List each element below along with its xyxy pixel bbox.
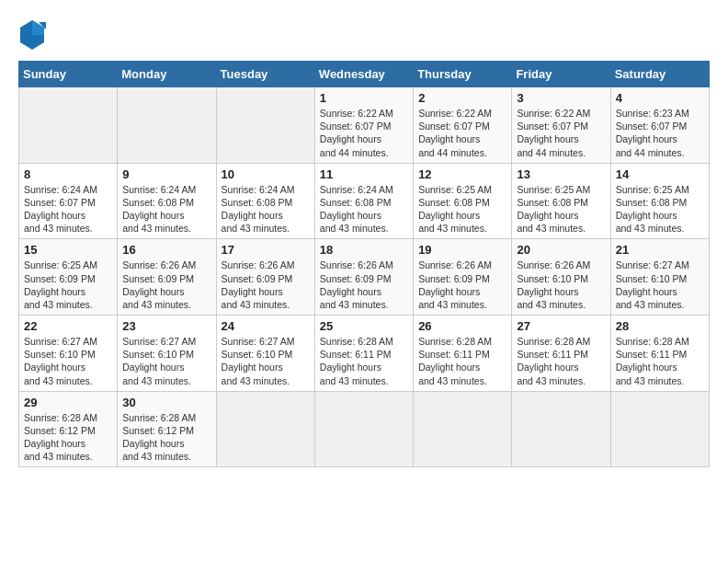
calendar-cell <box>216 391 314 467</box>
day-info: Sunrise: 6:25 AM Sunset: 6:09 PM Dayligh… <box>24 259 112 311</box>
calendar-cell: 11 Sunrise: 6:24 AM Sunset: 6:08 PM Dayl… <box>314 163 413 239</box>
day-info: Sunrise: 6:22 AM Sunset: 6:07 PM Dayligh… <box>320 107 408 159</box>
day-number: 3 <box>517 91 605 105</box>
day-number: 4 <box>616 91 704 105</box>
day-info: Sunrise: 6:26 AM Sunset: 6:10 PM Dayligh… <box>517 259 605 311</box>
day-info: Sunrise: 6:26 AM Sunset: 6:09 PM Dayligh… <box>222 259 310 311</box>
calendar-cell <box>414 391 512 467</box>
day-info: Sunrise: 6:28 AM Sunset: 6:11 PM Dayligh… <box>616 335 704 387</box>
day-number: 15 <box>24 243 112 257</box>
calendar-cell <box>216 87 314 164</box>
calendar-cell <box>118 87 216 164</box>
calendar-week-row: 8 Sunrise: 6:24 AM Sunset: 6:07 PM Dayli… <box>19 163 710 239</box>
calendar-cell: 15 Sunrise: 6:25 AM Sunset: 6:09 PM Dayl… <box>19 239 118 316</box>
day-info: Sunrise: 6:25 AM Sunset: 6:08 PM Dayligh… <box>517 183 605 236</box>
calendar-cell <box>314 391 413 467</box>
day-info: Sunrise: 6:24 AM Sunset: 6:08 PM Dayligh… <box>122 183 210 236</box>
day-info: Sunrise: 6:24 AM Sunset: 6:07 PM Dayligh… <box>24 183 112 236</box>
day-number: 21 <box>616 243 704 257</box>
day-header-monday: Monday <box>118 62 216 87</box>
calendar-cell: 2 Sunrise: 6:22 AM Sunset: 6:07 PM Dayli… <box>414 87 512 164</box>
day-number: 18 <box>320 243 408 257</box>
calendar-week-row: 1 Sunrise: 6:22 AM Sunset: 6:07 PM Dayli… <box>19 87 710 164</box>
day-info: Sunrise: 6:28 AM Sunset: 6:12 PM Dayligh… <box>24 411 112 464</box>
calendar-cell: 21 Sunrise: 6:27 AM Sunset: 6:10 PM Dayl… <box>610 239 709 316</box>
day-number: 14 <box>616 167 704 181</box>
calendar-week-row: 22 Sunrise: 6:27 AM Sunset: 6:10 PM Dayl… <box>19 316 710 392</box>
calendar-cell: 22 Sunrise: 6:27 AM Sunset: 6:10 PM Dayl… <box>19 316 118 392</box>
page-header <box>18 18 710 52</box>
calendar-cell: 24 Sunrise: 6:27 AM Sunset: 6:10 PM Dayl… <box>216 316 314 392</box>
day-number: 13 <box>517 167 605 181</box>
calendar-header-row: SundayMondayTuesdayWednesdayThursdayFrid… <box>19 62 710 87</box>
calendar-week-row: 29 Sunrise: 6:28 AM Sunset: 6:12 PM Dayl… <box>19 391 710 467</box>
day-number: 25 <box>320 319 408 333</box>
logo-icon <box>18 18 46 52</box>
day-number: 11 <box>320 167 408 181</box>
day-info: Sunrise: 6:22 AM Sunset: 6:07 PM Dayligh… <box>418 107 506 159</box>
day-header-saturday: Saturday <box>610 62 709 87</box>
day-info: Sunrise: 6:27 AM Sunset: 6:10 PM Dayligh… <box>24 335 112 387</box>
logo <box>18 18 50 52</box>
day-number: 24 <box>222 319 310 333</box>
day-info: Sunrise: 6:24 AM Sunset: 6:08 PM Dayligh… <box>320 183 408 236</box>
calendar-table: SundayMondayTuesdayWednesdayThursdayFrid… <box>18 61 710 467</box>
day-number: 1 <box>320 91 408 105</box>
day-number: 2 <box>418 91 506 105</box>
day-number: 8 <box>24 167 112 181</box>
calendar-cell <box>610 391 709 467</box>
calendar-cell: 3 Sunrise: 6:22 AM Sunset: 6:07 PM Dayli… <box>512 87 610 164</box>
day-number: 9 <box>122 167 210 181</box>
calendar-cell: 30 Sunrise: 6:28 AM Sunset: 6:12 PM Dayl… <box>118 391 216 467</box>
calendar-cell: 18 Sunrise: 6:26 AM Sunset: 6:09 PM Dayl… <box>314 239 413 316</box>
day-number: 28 <box>616 319 704 333</box>
calendar-cell: 17 Sunrise: 6:26 AM Sunset: 6:09 PM Dayl… <box>216 239 314 316</box>
day-number: 20 <box>517 243 605 257</box>
day-info: Sunrise: 6:25 AM Sunset: 6:08 PM Dayligh… <box>616 183 704 236</box>
calendar-cell: 8 Sunrise: 6:24 AM Sunset: 6:07 PM Dayli… <box>19 163 118 239</box>
day-info: Sunrise: 6:28 AM Sunset: 6:11 PM Dayligh… <box>517 335 605 387</box>
calendar-cell <box>512 391 610 467</box>
day-header-wednesday: Wednesday <box>314 62 413 87</box>
day-number: 12 <box>418 167 506 181</box>
calendar-week-row: 15 Sunrise: 6:25 AM Sunset: 6:09 PM Dayl… <box>19 239 710 316</box>
day-info: Sunrise: 6:27 AM Sunset: 6:10 PM Dayligh… <box>222 335 310 387</box>
day-header-sunday: Sunday <box>19 62 118 87</box>
calendar-cell <box>19 87 118 164</box>
day-info: Sunrise: 6:27 AM Sunset: 6:10 PM Dayligh… <box>122 335 210 387</box>
calendar-cell: 12 Sunrise: 6:25 AM Sunset: 6:08 PM Dayl… <box>414 163 512 239</box>
day-number: 23 <box>122 319 210 333</box>
day-number: 10 <box>222 167 310 181</box>
day-number: 22 <box>24 319 112 333</box>
day-header-friday: Friday <box>512 62 610 87</box>
calendar-cell: 4 Sunrise: 6:23 AM Sunset: 6:07 PM Dayli… <box>610 87 709 164</box>
calendar-cell: 26 Sunrise: 6:28 AM Sunset: 6:11 PM Dayl… <box>414 316 512 392</box>
calendar-cell: 28 Sunrise: 6:28 AM Sunset: 6:11 PM Dayl… <box>610 316 709 392</box>
calendar-cell: 16 Sunrise: 6:26 AM Sunset: 6:09 PM Dayl… <box>118 239 216 316</box>
calendar-cell: 27 Sunrise: 6:28 AM Sunset: 6:11 PM Dayl… <box>512 316 610 392</box>
calendar-cell: 14 Sunrise: 6:25 AM Sunset: 6:08 PM Dayl… <box>610 163 709 239</box>
day-number: 29 <box>24 396 112 409</box>
calendar-cell: 13 Sunrise: 6:25 AM Sunset: 6:08 PM Dayl… <box>512 163 610 239</box>
day-info: Sunrise: 6:26 AM Sunset: 6:09 PM Dayligh… <box>418 259 506 311</box>
day-number: 27 <box>517 319 605 333</box>
day-info: Sunrise: 6:25 AM Sunset: 6:08 PM Dayligh… <box>418 183 506 236</box>
day-info: Sunrise: 6:28 AM Sunset: 6:11 PM Dayligh… <box>320 335 408 387</box>
day-number: 26 <box>418 319 506 333</box>
day-header-thursday: Thursday <box>414 62 512 87</box>
calendar-cell: 19 Sunrise: 6:26 AM Sunset: 6:09 PM Dayl… <box>414 239 512 316</box>
day-info: Sunrise: 6:26 AM Sunset: 6:09 PM Dayligh… <box>320 259 408 311</box>
day-number: 30 <box>122 396 210 409</box>
day-info: Sunrise: 6:28 AM Sunset: 6:11 PM Dayligh… <box>418 335 506 387</box>
calendar-cell: 1 Sunrise: 6:22 AM Sunset: 6:07 PM Dayli… <box>314 87 413 164</box>
day-info: Sunrise: 6:24 AM Sunset: 6:08 PM Dayligh… <box>222 183 310 236</box>
calendar-cell: 10 Sunrise: 6:24 AM Sunset: 6:08 PM Dayl… <box>216 163 314 239</box>
day-info: Sunrise: 6:26 AM Sunset: 6:09 PM Dayligh… <box>122 259 210 311</box>
calendar-cell: 25 Sunrise: 6:28 AM Sunset: 6:11 PM Dayl… <box>314 316 413 392</box>
day-info: Sunrise: 6:27 AM Sunset: 6:10 PM Dayligh… <box>616 259 704 311</box>
day-header-tuesday: Tuesday <box>216 62 314 87</box>
calendar-cell: 29 Sunrise: 6:28 AM Sunset: 6:12 PM Dayl… <box>19 391 118 467</box>
day-number: 16 <box>122 243 210 257</box>
day-info: Sunrise: 6:22 AM Sunset: 6:07 PM Dayligh… <box>517 107 605 159</box>
day-info: Sunrise: 6:28 AM Sunset: 6:12 PM Dayligh… <box>122 411 210 464</box>
